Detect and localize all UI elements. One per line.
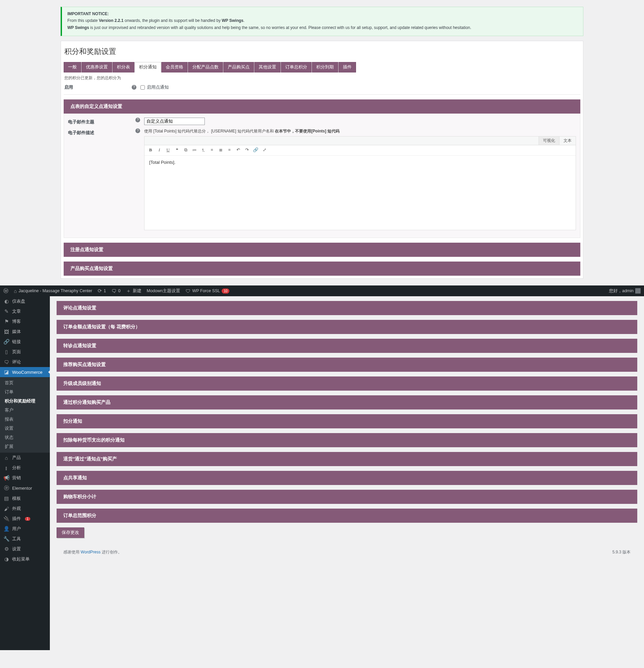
section-head[interactable]: 扣分通知 — [57, 414, 637, 428]
underline-icon[interactable]: U — [166, 147, 171, 153]
shield-icon: 🛡 — [186, 288, 191, 294]
menu-icon: 🖌 — [3, 506, 10, 512]
enable-checkbox[interactable] — [140, 85, 145, 90]
help-icon[interactable]: ? — [132, 85, 137, 90]
updates-link[interactable]: ⟳1 — [98, 288, 106, 294]
align-right-icon[interactable]: ≡ — [227, 147, 232, 153]
submenu-item[interactable]: 订单 — [0, 388, 50, 397]
tab-9[interactable]: 积分到期 — [312, 62, 338, 73]
section-head[interactable]: 转诊点通知设置 — [57, 339, 637, 353]
site-link[interactable]: ⌂Jacqueline - Massage Theraphy Center — [14, 288, 92, 294]
menu-item[interactable]: ⚙设置 — [0, 544, 50, 554]
menu-icon: 📢 — [3, 475, 10, 481]
tab-7[interactable]: 其他设置 — [254, 62, 281, 73]
menu-icon: 🔗 — [3, 339, 10, 345]
undo-icon[interactable]: ↶ — [235, 147, 241, 153]
comments-link[interactable]: 🗨0 — [111, 288, 121, 294]
section-head[interactable]: 扣除每种货币支出的积分通知 — [57, 433, 637, 447]
menu-item[interactable]: ⚑博客 — [0, 317, 50, 327]
menu-icon: ⓔ — [3, 485, 10, 491]
menu-item[interactable]: 🗨评论 — [0, 357, 50, 367]
help-icon[interactable]: ? — [136, 128, 140, 133]
bullet-list-icon[interactable]: ≔ — [192, 147, 197, 153]
section-head[interactable]: 订单总范围积分 — [57, 508, 637, 523]
editor-tab-visual[interactable]: 可视化 — [538, 137, 559, 145]
submenu-item[interactable]: 客户 — [0, 406, 50, 415]
new-link[interactable]: ＋新建 — [126, 288, 141, 294]
align-center-icon[interactable]: ≣ — [218, 147, 223, 153]
quote-icon[interactable]: ❝ — [174, 147, 179, 153]
menu-item[interactable]: ◐仪表盘 — [0, 296, 50, 306]
menu-item[interactable]: ⌂产品 — [0, 453, 50, 463]
tab-8[interactable]: 订单总积分 — [281, 62, 312, 73]
menu-item[interactable]: 🖌外观 — [0, 503, 50, 514]
submenu-item[interactable]: 积分和奖励经理 — [0, 397, 50, 406]
menu-item[interactable]: 👤用户 — [0, 524, 50, 534]
section-head-open[interactable]: 点表的自定义点通知设置 — [64, 100, 580, 113]
menu-item[interactable]: 📢营销 — [0, 473, 50, 483]
menu-icon: 🔧 — [3, 536, 10, 542]
wp-logo[interactable]: ⓦ — [3, 288, 9, 294]
menu-item[interactable]: ✎文章 — [0, 306, 50, 317]
redo-icon[interactable]: ↷ — [244, 147, 250, 153]
menu-icon: 🔌 — [3, 516, 10, 522]
bold-icon[interactable]: B — [148, 147, 153, 153]
align-left-icon[interactable]: ≡ — [209, 147, 215, 153]
updated-message: 您的积分已更新，您的总积分为 — [64, 73, 580, 83]
link-icon[interactable]: ⧉ — [183, 147, 188, 153]
subject-input[interactable] — [144, 118, 205, 125]
section-head[interactable]: 点共享通知 — [57, 471, 637, 485]
save-button[interactable]: 保存更改 — [57, 528, 84, 538]
italic-icon[interactable]: I — [157, 147, 162, 153]
menu-item[interactable]: 🔧工具 — [0, 534, 50, 544]
tab-6[interactable]: 产品购买点 — [223, 62, 254, 73]
submenu-item[interactable]: 首页 — [0, 379, 50, 388]
wp-link[interactable]: WordPress — [80, 550, 100, 555]
wp-footer: 感谢使用 WordPress 进行创作。 5.9.3 版本 — [57, 543, 637, 559]
submenu-item[interactable]: 设置 — [0, 424, 50, 433]
menu-item[interactable]: ⓔElementor — [0, 483, 50, 494]
tab-0[interactable]: 一般 — [64, 62, 81, 73]
subject-label: 电子邮件主题 — [68, 118, 136, 125]
section-head[interactable]: 购物车积分小计 — [57, 490, 637, 504]
editor-body[interactable]: [Total Points]. — [144, 156, 576, 230]
woocommerce-submenu: 首页订单积分和奖励经理客户报表设置状态扩展 — [0, 377, 50, 453]
modown-link[interactable]: Modown主题设置 — [147, 288, 180, 294]
insert-link-icon[interactable]: 🔗 — [253, 147, 258, 153]
account-link[interactable]: 您好，admin — [609, 288, 641, 294]
tab-3[interactable]: 积分通知 — [135, 62, 161, 73]
menu-item[interactable]: ⫿分析 — [0, 463, 50, 473]
section-head[interactable]: 通过积分通知购买产品 — [57, 395, 637, 410]
section-head[interactable]: 产品购买点通知设置 — [64, 261, 580, 276]
tab-4[interactable]: 会员资格 — [161, 62, 188, 73]
tab-10[interactable]: 插件 — [339, 62, 356, 73]
menu-icon: ✎ — [3, 308, 10, 315]
section-head[interactable]: 升级成员级别通知 — [57, 377, 637, 391]
number-list-icon[interactable]: ⒈ — [200, 147, 206, 153]
menu-icon: ◑ — [3, 556, 10, 562]
menu-icon: 👤 — [3, 526, 10, 532]
menu-item[interactable]: ▤模板 — [0, 494, 50, 503]
menu-item[interactable]: 🔗链接 — [0, 337, 50, 347]
submenu-item[interactable]: 状态 — [0, 433, 50, 442]
section-head[interactable]: 退货"通过"通知点"购买产 — [57, 452, 637, 466]
section-head[interactable]: 推荐购买点通知设置 — [57, 358, 637, 372]
menu-woocommerce[interactable]: ◪ WooCommerce — [0, 367, 50, 377]
help-icon[interactable]: ? — [136, 118, 140, 122]
woocommerce-icon: ◪ — [3, 369, 10, 375]
section-head[interactable]: 订单金额点通知设置（每 花费积分） — [57, 320, 637, 334]
tab-5[interactable]: 分配产品点数 — [188, 62, 223, 73]
tab-1[interactable]: 优惠券设置 — [81, 62, 112, 73]
menu-item[interactable]: ◑收起菜单 — [0, 554, 50, 564]
tab-2[interactable]: 积分表 — [112, 62, 135, 73]
wpforce-link[interactable]: 🛡WP Force SSL10 — [186, 288, 230, 294]
menu-item[interactable]: ▯页面 — [0, 347, 50, 357]
editor-tab-text[interactable]: 文本 — [559, 137, 576, 145]
menu-item[interactable]: 🖾媒体 — [0, 327, 50, 337]
section-head[interactable]: 评论点通知设置 — [57, 301, 637, 315]
fullscreen-icon[interactable]: ⤢ — [262, 147, 267, 153]
section-head[interactable]: 注册点通知设置 — [64, 243, 580, 257]
menu-item[interactable]: 🔌插件1 — [0, 514, 50, 524]
submenu-item[interactable]: 报表 — [0, 415, 50, 424]
submenu-item[interactable]: 扩展 — [0, 442, 50, 451]
